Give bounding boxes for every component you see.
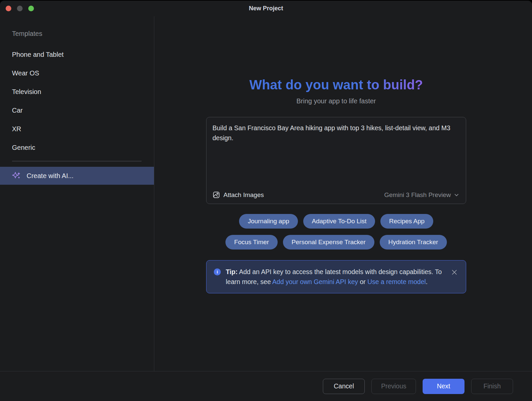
traffic-lights: [6, 6, 34, 11]
close-icon[interactable]: [451, 268, 458, 276]
chevron-down-icon: [454, 192, 459, 198]
tip-label: Tip:: [226, 268, 237, 275]
tip-text: Tip: Add an API key to access the latest…: [226, 267, 443, 287]
prompt-input[interactable]: Build a San Francisco Bay Area hiking ap…: [206, 117, 466, 143]
chip-focus-timer[interactable]: Focus Timer: [225, 235, 278, 250]
sidebar-item-label: Create with AI...: [27, 172, 73, 180]
previous-button: Previous: [371, 379, 416, 394]
sidebar-item-television[interactable]: Television: [0, 82, 154, 101]
cancel-button[interactable]: Cancel: [323, 379, 365, 394]
chip-journaling-app[interactable]: Journaling app: [239, 214, 298, 229]
chip-recipes-app[interactable]: Recipes App: [380, 214, 433, 229]
title-bar: New Project: [0, 1, 532, 16]
prompt-panel: Build a San Francisco Bay Area hiking ap…: [206, 117, 466, 204]
sidebar-item-wear-os[interactable]: Wear OS: [0, 64, 154, 82]
tip-banner: i Tip: Add an API key to access the late…: [206, 260, 466, 293]
page-subtitle: Bring your app to life faster: [206, 97, 466, 105]
attach-images-label: Attach Images: [223, 191, 264, 199]
sidebar-header: Templates: [12, 30, 154, 38]
sidebar-item-car[interactable]: Car: [0, 101, 154, 120]
link-use-remote-model[interactable]: Use a remote model: [367, 278, 426, 285]
sidebar-divider: [12, 161, 142, 161]
zoom-window-button[interactable]: [28, 6, 34, 11]
suggestion-chips: Journaling app Adaptive To-Do List Recip…: [206, 214, 466, 250]
model-selector-dropdown[interactable]: Gemini 3 Flash Preview: [384, 191, 459, 199]
templates-sidebar: Templates Phone and Tablet Wear OS Telev…: [0, 16, 154, 371]
new-project-dialog: New Project Templates Phone and Tablet W…: [0, 1, 532, 401]
info-icon: i: [214, 268, 221, 275]
close-window-button[interactable]: [6, 6, 11, 11]
model-selector-value: Gemini 3 Flash Preview: [384, 191, 451, 199]
dialog-footer: Cancel Previous Next Finish: [0, 371, 532, 401]
sidebar-item-generic[interactable]: Generic: [0, 138, 154, 157]
chip-personal-expense-tracker[interactable]: Personal Expense Tracker: [283, 235, 374, 250]
sidebar-item-phone-and-tablet[interactable]: Phone and Tablet: [0, 45, 154, 64]
sidebar-item-xr[interactable]: XR: [0, 120, 154, 138]
image-icon: [212, 191, 220, 199]
tip-body-text: or: [358, 278, 367, 285]
tip-body-text: .: [426, 278, 428, 285]
page-title: What do you want to build?: [206, 77, 466, 92]
next-button[interactable]: Next: [423, 379, 465, 394]
chip-hydration-tracker[interactable]: Hydration Tracker: [380, 235, 447, 250]
sparkle-icon: [12, 171, 21, 180]
chip-adaptive-todo-list[interactable]: Adaptive To-Do List: [303, 214, 375, 229]
minimize-window-button: [17, 6, 23, 11]
finish-button: Finish: [471, 379, 513, 394]
main-content: What do you want to build? Bring your ap…: [154, 16, 532, 371]
sidebar-item-create-with-ai[interactable]: Create with AI...: [0, 167, 154, 185]
window-title: New Project: [249, 5, 283, 12]
link-add-gemini-api-key[interactable]: Add your own Gemini API key: [272, 278, 358, 285]
attach-images-button[interactable]: Attach Images: [212, 191, 264, 199]
